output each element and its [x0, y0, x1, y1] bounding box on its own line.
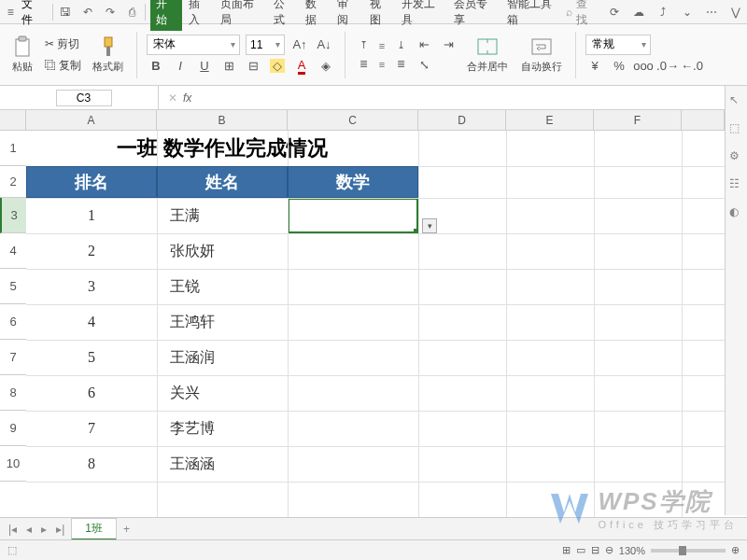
cell-rank-1[interactable]: 2	[26, 233, 157, 269]
row-header-1[interactable]: 1	[0, 131, 26, 166]
row-header-4[interactable]: 4	[0, 233, 26, 269]
zoom-out-icon[interactable]: ⊖	[605, 544, 613, 556]
cell-rank-3[interactable]: 4	[26, 304, 157, 340]
wrap-text-button[interactable]: 自动换行	[517, 34, 566, 76]
undo-icon[interactable]: ↶	[80, 5, 95, 20]
collapse-icon[interactable]: ⌄	[680, 5, 695, 20]
cell-name-4[interactable]: 王涵润	[157, 340, 288, 375]
cell-name-0[interactable]: 王满	[157, 198, 288, 233]
view-page-icon[interactable]: ▭	[576, 544, 585, 556]
indent-right-icon[interactable]: ⇥	[439, 35, 458, 54]
format-painter-button[interactable]: 格式刷	[89, 34, 127, 76]
align-center-icon[interactable]: ≡	[374, 56, 390, 73]
share-icon[interactable]: ⤴	[655, 5, 670, 20]
select-all-corner[interactable]	[0, 110, 26, 131]
zoom-slider[interactable]	[651, 549, 726, 553]
sheet-first-icon[interactable]: |◂	[6, 523, 20, 536]
row-header-2[interactable]: 2	[0, 166, 26, 198]
cell-name-1[interactable]: 张欣妍	[157, 233, 288, 269]
row-header-8[interactable]: 8	[0, 375, 26, 411]
row-header-10[interactable]: 10	[0, 446, 26, 482]
more-icon[interactable]: ⋯	[704, 5, 719, 20]
increase-font-icon[interactable]: A↑	[290, 35, 309, 54]
tab-member[interactable]: 会员专享	[449, 0, 500, 31]
tab-formula[interactable]: 公式	[269, 0, 299, 31]
tab-data[interactable]: 数据	[301, 0, 331, 31]
currency-button[interactable]: ¥	[585, 57, 604, 76]
cell-rank-7[interactable]: 8	[26, 446, 157, 482]
bold-button[interactable]: B	[147, 57, 165, 76]
cells[interactable]: 一班 数学作业完成情况 ▾ 排名姓名数学1王满2张欣妍3王锐4王鸿轩5王涵润6关…	[26, 110, 725, 539]
cut-button[interactable]: ✂剪切	[43, 35, 83, 54]
font-name-select[interactable]: 宋体	[147, 35, 240, 55]
cell-rank-0[interactable]: 1	[26, 198, 157, 233]
align-top-icon[interactable]: ⤒	[355, 37, 372, 54]
paste-button[interactable]: 粘贴	[7, 34, 37, 76]
pinyin-button[interactable]: ⊟	[244, 57, 262, 76]
decimal-inc-icon[interactable]: .0→	[658, 57, 677, 76]
sync-icon[interactable]: ⟳	[607, 5, 622, 20]
number-format-select[interactable]: 常规	[585, 35, 651, 55]
cell-rank-6[interactable]: 7	[26, 411, 157, 446]
fx-icon[interactable]: fx	[183, 91, 191, 105]
sheet-next-icon[interactable]: ▸	[38, 523, 49, 536]
minimize-icon[interactable]: ⋁	[728, 5, 743, 20]
zoom-value[interactable]: 130%	[619, 545, 645, 556]
align-left-icon[interactable]: ≣	[355, 56, 372, 73]
orientation-icon[interactable]: ⤡	[415, 56, 433, 75]
font-color-button[interactable]: A	[292, 57, 311, 76]
cell-rank-2[interactable]: 3	[26, 269, 157, 304]
percent-button[interactable]: %	[610, 57, 628, 76]
comma-button[interactable]: ооо	[634, 57, 653, 76]
cursor-icon[interactable]: ↖	[729, 93, 744, 108]
name-box[interactable]: C3	[0, 86, 159, 109]
tab-layout[interactable]: 页面布局	[216, 0, 267, 31]
tab-home[interactable]: 开始	[150, 0, 182, 31]
cell-name-7[interactable]: 王涵涵	[157, 446, 288, 482]
underline-button[interactable]: U	[195, 57, 214, 76]
cell-rank-5[interactable]: 6	[26, 375, 157, 411]
fill-color-button[interactable]: ◇	[268, 57, 287, 76]
sheet-prev-icon[interactable]: ◂	[23, 523, 35, 536]
zoom-in-icon[interactable]: ⊕	[731, 544, 740, 556]
merge-center-button[interactable]: 合并居中	[463, 34, 512, 76]
cloud-icon[interactable]: ☁	[631, 5, 646, 20]
row-header-3[interactable]: 3	[0, 198, 26, 233]
view-break-icon[interactable]: ⊟	[591, 544, 599, 556]
sheet-last-icon[interactable]: ▸|	[53, 523, 67, 536]
tab-dev[interactable]: 开发工具	[397, 0, 448, 31]
clear-format-button[interactable]: ◈	[317, 57, 335, 76]
file-menu[interactable]: ≡ 文件	[4, 0, 48, 28]
properties-icon[interactable]: ☷	[729, 177, 744, 192]
cell-name-2[interactable]: 王锐	[157, 269, 288, 304]
italic-button[interactable]: I	[171, 57, 190, 76]
align-bottom-icon[interactable]: ⤓	[392, 37, 409, 54]
tab-insert[interactable]: 插入	[184, 0, 214, 31]
indent-left-icon[interactable]: ⇤	[415, 35, 433, 54]
copy-button[interactable]: ⿻复制	[43, 56, 83, 76]
tab-tools[interactable]: 智能工具箱	[502, 0, 564, 31]
cell-name-5[interactable]: 关兴	[157, 375, 288, 411]
cell-name-6[interactable]: 李艺博	[157, 411, 288, 446]
align-right-icon[interactable]: ≣	[392, 56, 409, 73]
help-icon[interactable]: ◐	[729, 205, 744, 220]
border-button[interactable]: ⊞	[219, 57, 238, 76]
sheet-tab-1[interactable]: 1班	[71, 518, 117, 540]
align-middle-icon[interactable]: ≡	[374, 37, 390, 54]
cancel-icon[interactable]: ✕	[168, 91, 177, 105]
row-header-9[interactable]: 9	[0, 411, 26, 446]
search-box[interactable]: ⌕ 查找	[566, 0, 596, 28]
row-header-7[interactable]: 7	[0, 340, 26, 375]
data-validation-dropdown-icon[interactable]: ▾	[422, 218, 437, 233]
print-icon[interactable]: ⎙	[125, 5, 140, 20]
redo-icon[interactable]: ↷	[103, 5, 118, 20]
decimal-dec-icon[interactable]: ←.0	[683, 57, 701, 76]
select-icon[interactable]: ⬚	[729, 121, 744, 136]
add-sheet-button[interactable]: +	[120, 523, 133, 536]
save-icon[interactable]: 🖫	[58, 5, 73, 20]
view-normal-icon[interactable]: ⊞	[562, 544, 571, 556]
row-header-6[interactable]: 6	[0, 304, 26, 340]
row-header-5[interactable]: 5	[0, 269, 26, 304]
decrease-font-icon[interactable]: A↓	[315, 35, 333, 54]
tab-view[interactable]: 视图	[365, 0, 395, 31]
